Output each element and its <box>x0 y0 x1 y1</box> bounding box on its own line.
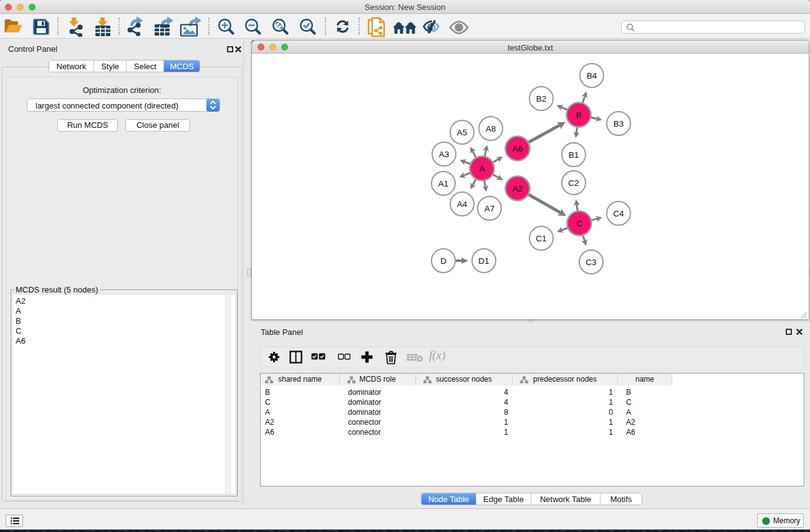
svg-text:B2: B2 <box>536 94 547 104</box>
svg-text:A4: A4 <box>457 200 468 209</box>
svg-text:C: C <box>576 219 582 228</box>
svg-text:B3: B3 <box>614 119 624 128</box>
svg-text:A3: A3 <box>439 150 450 159</box>
svg-text:C3: C3 <box>586 258 596 267</box>
svg-text:A7: A7 <box>485 204 495 213</box>
svg-text:C1: C1 <box>536 234 546 243</box>
svg-text:B1: B1 <box>569 150 579 160</box>
svg-text:D1: D1 <box>478 256 489 266</box>
svg-text:C4: C4 <box>613 209 624 218</box>
svg-text:D: D <box>440 256 446 266</box>
svg-text:B: B <box>576 110 581 120</box>
svg-text:A6: A6 <box>513 144 523 153</box>
svg-text:A: A <box>479 164 485 173</box>
svg-text:B4: B4 <box>587 71 597 80</box>
svg-text:A5: A5 <box>457 128 468 137</box>
svg-text:A8: A8 <box>486 124 496 133</box>
svg-text:A1: A1 <box>438 179 449 188</box>
svg-text:A2: A2 <box>513 184 523 193</box>
svg-text:C2: C2 <box>568 178 579 188</box>
